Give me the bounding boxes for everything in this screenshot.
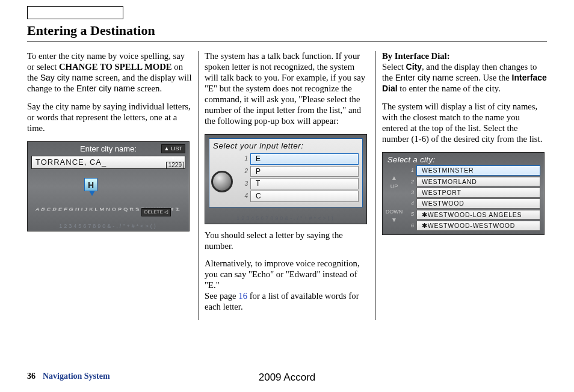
screen-name: Enter city name — [395, 73, 454, 82]
row-number: 1 — [239, 155, 248, 162]
fig1-header-text: Enter city name: — [80, 144, 137, 153]
list-button[interactable]: ▲ LIST — [161, 144, 185, 153]
down-label: DOWN — [385, 207, 403, 216]
row-number: 1 — [406, 167, 414, 174]
row-value: P — [250, 166, 359, 177]
hits-indicator: HITS 1229 — [166, 155, 184, 169]
row-number: 5 — [406, 211, 414, 218]
model-year: 2009 Accord — [27, 372, 547, 384]
hits-value: 1229 — [166, 162, 184, 169]
city-row[interactable]: 6 ✱WESTWOOD-WESTWOOD — [406, 221, 540, 231]
bold-command: CHANGE TO SPELL MODE — [59, 62, 172, 72]
subheading: By Interface Dial: — [382, 51, 450, 61]
row-value: T — [250, 178, 359, 189]
up-label: UP — [385, 182, 403, 191]
down-arrow-icon[interactable]: ▼ — [385, 216, 403, 224]
up-arrow-icon[interactable]: ▲ — [385, 174, 403, 182]
col1-para1: To enter the city name by voice spelling… — [27, 51, 192, 94]
text: to enter the name of the city. — [398, 84, 501, 93]
city-row[interactable]: 2 WESTMORLAND — [406, 177, 540, 187]
city-input-field[interactable]: TORRANCE, CA_ — [31, 156, 185, 169]
hits-label: HITS — [166, 155, 184, 161]
letter-row[interactable]: 2 P — [239, 166, 359, 177]
fig2-panel: Select your input letter: 1 E 2 P 3 T — [209, 138, 363, 207]
letter-row[interactable]: 3 T — [239, 178, 359, 189]
figure-select-city: Select a city: ▲ UP DOWN ▼ 1 WESTMINSTER… — [382, 152, 545, 235]
fig1-bottom-row[interactable]: 1234567890&-./"+#*<>() — [28, 223, 189, 230]
col2-para3: Alternatively, to improve voice recognit… — [205, 259, 369, 313]
row-number: 3 — [239, 180, 248, 188]
row-number: 3 — [406, 189, 414, 196]
delete-button[interactable]: DELETE ◁ — [141, 208, 171, 216]
interface-dial-icon[interactable] — [211, 171, 233, 192]
fig3-list: ▲ UP DOWN ▼ 1 WESTMINSTER 2 WESTMORLAND … — [383, 165, 544, 234]
letter-row[interactable]: 1 E — [239, 153, 359, 165]
text: See page — [205, 291, 238, 301]
row-value: WESTPORT — [416, 188, 540, 198]
header-small-box — [27, 6, 123, 19]
text: screen. — [135, 84, 162, 93]
col3-heading-para: By Interface Dial: Select City, and the … — [382, 51, 547, 94]
row-number: 4 — [406, 200, 414, 207]
col2-para2: You should select a letter by saying the… — [205, 230, 369, 252]
scroll-arrows[interactable]: ▲ UP DOWN ▼ — [385, 174, 403, 224]
city-row[interactable]: 4 WESTWOOD — [406, 198, 540, 209]
text: Select — [382, 62, 406, 72]
text: screen. Use the — [454, 73, 512, 82]
row-value: ✱WESTWOOD-LOS ANGELES — [416, 210, 540, 220]
screen-name: Enter city name — [76, 84, 135, 93]
col2-para1: The system has a talk back function. If … — [205, 51, 369, 127]
keyboard-arc: ABCDEFGHIJKLMNOPQRSTUVWXYZ DELETE ◁ — [28, 183, 189, 218]
row-value: WESTWOOD — [416, 198, 540, 209]
city-row[interactable]: 3 WESTPORT — [406, 188, 540, 198]
city-row[interactable]: 5 ✱WESTWOOD-LOS ANGELES — [406, 210, 540, 220]
fig1-header: Enter city name: ▲ LIST — [28, 142, 189, 154]
row-value: E — [250, 153, 359, 165]
page-title: Entering a Destination — [27, 23, 547, 41]
col1-para2: Say the city name by saying individual l… — [27, 102, 192, 134]
fig2-bottom-row[interactable]: 1234567890&-./"+#*<>() — [205, 215, 366, 222]
figure-select-input-letter: Select your input letter: 1 E 2 P 3 T — [205, 134, 367, 224]
row-number: 4 — [239, 192, 248, 200]
screen-name: Say city name — [40, 73, 93, 82]
page-footer: 36 Navigation System 2009 Accord — [27, 372, 547, 381]
row-value: WESTMINSTER — [416, 165, 540, 176]
row-number: 2 — [239, 168, 248, 175]
column-2: The system has a talk back function. If … — [199, 51, 376, 320]
row-value: C — [250, 191, 359, 202]
figure-enter-city-name: Enter city name: ▲ LIST TORRANCE, CA_ HI… — [27, 141, 190, 231]
row-number: 6 — [406, 222, 414, 229]
row-value: ✱WESTWOOD-WESTWOOD — [416, 221, 540, 231]
column-3: By Interface Dial: Select City, and the … — [376, 51, 547, 320]
row-number: 2 — [406, 179, 414, 185]
city-row[interactable]: 1 WESTMINSTER — [406, 165, 540, 176]
page-link[interactable]: 16 — [238, 291, 247, 301]
ui-label: City — [406, 62, 422, 72]
col3-para2: The system will display a list of city n… — [382, 102, 547, 145]
column-1: To enter the city name by voice spelling… — [27, 51, 199, 320]
fig3-header: Select a city: — [383, 153, 544, 166]
content-columns: To enter the city name by voice spelling… — [27, 51, 547, 320]
fig2-rows: 1 E 2 P 3 T 4 C — [239, 153, 359, 202]
letter-row[interactable]: 4 C — [239, 191, 359, 202]
fig2-title: Select your input letter: — [213, 141, 359, 151]
text: Alternatively, to improve voice recognit… — [205, 259, 360, 290]
row-value: WESTMORLAND — [416, 177, 540, 187]
